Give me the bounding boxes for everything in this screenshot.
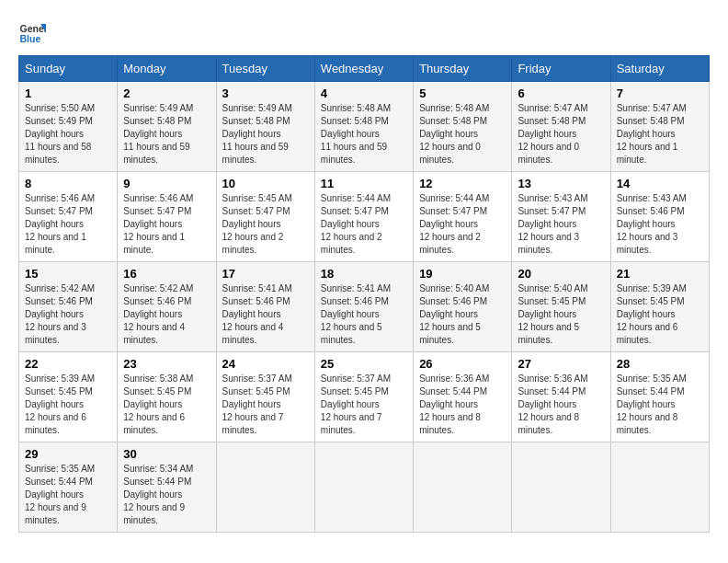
day-info: Sunrise: 5:35 AMSunset: 5:44 PMDaylight … (25, 463, 111, 527)
calendar-cell: 19 Sunrise: 5:40 AMSunset: 5:46 PMDaylig… (414, 262, 512, 352)
calendar-cell: 29 Sunrise: 5:35 AMSunset: 5:44 PMDaylig… (19, 442, 118, 533)
day-info: Sunrise: 5:47 AMSunset: 5:48 PMDaylight … (617, 102, 703, 167)
calendar-cell: 30 Sunrise: 5:34 AMSunset: 5:44 PMDaylig… (118, 442, 216, 533)
calendar-cell: 25 Sunrise: 5:37 AMSunset: 5:45 PMDaylig… (314, 352, 413, 442)
calendar-cell: 2 Sunrise: 5:49 AMSunset: 5:48 PMDayligh… (118, 82, 216, 172)
calendar-week-row: 22 Sunrise: 5:39 AMSunset: 5:45 PMDaylig… (19, 352, 710, 442)
calendar-cell: 1 Sunrise: 5:50 AMSunset: 5:49 PMDayligh… (19, 82, 118, 172)
day-number: 5 (419, 86, 506, 100)
day-info: Sunrise: 5:42 AMSunset: 5:46 PMDaylight … (25, 282, 111, 347)
day-info: Sunrise: 5:46 AMSunset: 5:47 PMDaylight … (25, 192, 111, 257)
day-number: 12 (419, 177, 506, 190)
day-info: Sunrise: 5:41 AMSunset: 5:46 PMDaylight … (321, 282, 407, 347)
day-info: Sunrise: 5:48 AMSunset: 5:48 PMDaylight … (321, 102, 407, 167)
day-info: Sunrise: 5:40 AMSunset: 5:45 PMDaylight … (518, 282, 604, 347)
day-info: Sunrise: 5:42 AMSunset: 5:46 PMDaylight … (123, 282, 210, 347)
day-info: Sunrise: 5:47 AMSunset: 5:48 PMDaylight … (518, 102, 604, 167)
day-number: 7 (617, 86, 703, 100)
day-info: Sunrise: 5:38 AMSunset: 5:45 PMDaylight … (123, 373, 210, 437)
day-number: 27 (518, 357, 604, 371)
day-number: 28 (617, 357, 703, 371)
calendar-cell: 8 Sunrise: 5:46 AMSunset: 5:47 PMDayligh… (19, 172, 118, 262)
calendar-week-row: 15 Sunrise: 5:42 AMSunset: 5:46 PMDaylig… (19, 262, 710, 352)
day-number: 17 (222, 267, 309, 281)
calendar-cell: 18 Sunrise: 5:41 AMSunset: 5:46 PMDaylig… (314, 262, 413, 352)
calendar-cell: 7 Sunrise: 5:47 AMSunset: 5:48 PMDayligh… (610, 82, 709, 172)
day-info: Sunrise: 5:40 AMSunset: 5:46 PMDaylight … (419, 282, 506, 347)
day-number: 21 (617, 267, 703, 281)
day-number: 19 (419, 267, 506, 281)
day-info: Sunrise: 5:49 AMSunset: 5:48 PMDaylight … (123, 102, 210, 167)
calendar-cell: 26 Sunrise: 5:36 AMSunset: 5:44 PMDaylig… (414, 352, 512, 442)
day-number: 13 (518, 177, 604, 190)
calendar-week-row: 1 Sunrise: 5:50 AMSunset: 5:49 PMDayligh… (19, 82, 710, 172)
day-info: Sunrise: 5:49 AMSunset: 5:48 PMDaylight … (222, 102, 309, 167)
calendar-cell: 6 Sunrise: 5:47 AMSunset: 5:48 PMDayligh… (512, 82, 610, 172)
day-number: 2 (123, 86, 210, 100)
day-number: 30 (123, 447, 210, 461)
svg-text:Blue: Blue (20, 33, 41, 44)
calendar-cell: 11 Sunrise: 5:44 AMSunset: 5:47 PMDaylig… (314, 172, 413, 262)
calendar-cell: 16 Sunrise: 5:42 AMSunset: 5:46 PMDaylig… (118, 262, 216, 352)
day-number: 11 (321, 177, 407, 190)
calendar-cell: 20 Sunrise: 5:40 AMSunset: 5:45 PMDaylig… (512, 262, 610, 352)
weekday-header: Thursday (414, 56, 512, 82)
calendar-week-row: 8 Sunrise: 5:46 AMSunset: 5:47 PMDayligh… (19, 172, 710, 262)
weekday-header: Tuesday (216, 56, 314, 82)
day-number: 24 (222, 357, 309, 371)
weekday-header: Friday (512, 56, 610, 82)
day-info: Sunrise: 5:44 AMSunset: 5:47 PMDaylight … (321, 192, 407, 257)
day-info: Sunrise: 5:43 AMSunset: 5:46 PMDaylight … (617, 192, 703, 257)
day-number: 20 (518, 267, 604, 281)
day-info: Sunrise: 5:37 AMSunset: 5:45 PMDaylight … (321, 373, 407, 437)
day-number: 10 (222, 177, 309, 190)
calendar-cell (314, 442, 413, 533)
calendar-cell: 4 Sunrise: 5:48 AMSunset: 5:48 PMDayligh… (314, 82, 413, 172)
calendar-cell (512, 442, 610, 533)
day-number: 8 (25, 177, 111, 190)
calendar-cell: 15 Sunrise: 5:42 AMSunset: 5:46 PMDaylig… (19, 262, 118, 352)
calendar-cell: 23 Sunrise: 5:38 AMSunset: 5:45 PMDaylig… (118, 352, 216, 442)
calendar-cell: 3 Sunrise: 5:49 AMSunset: 5:48 PMDayligh… (216, 82, 314, 172)
day-number: 9 (123, 177, 210, 190)
day-number: 16 (123, 267, 210, 281)
day-info: Sunrise: 5:34 AMSunset: 5:44 PMDaylight … (123, 463, 210, 527)
day-info: Sunrise: 5:36 AMSunset: 5:44 PMDaylight … (518, 373, 604, 437)
weekday-header: Saturday (610, 56, 709, 82)
day-info: Sunrise: 5:39 AMSunset: 5:45 PMDaylight … (617, 282, 703, 347)
day-number: 15 (25, 267, 111, 281)
logo-icon: General Blue (18, 18, 46, 46)
day-number: 18 (321, 267, 407, 281)
calendar-cell (414, 442, 512, 533)
calendar-cell: 27 Sunrise: 5:36 AMSunset: 5:44 PMDaylig… (512, 352, 610, 442)
calendar-cell: 24 Sunrise: 5:37 AMSunset: 5:45 PMDaylig… (216, 352, 314, 442)
weekday-header: Wednesday (314, 56, 413, 82)
weekday-header: Monday (118, 56, 216, 82)
day-info: Sunrise: 5:48 AMSunset: 5:48 PMDaylight … (419, 102, 506, 167)
day-number: 6 (518, 86, 604, 100)
day-info: Sunrise: 5:36 AMSunset: 5:44 PMDaylight … (419, 373, 506, 437)
day-info: Sunrise: 5:46 AMSunset: 5:47 PMDaylight … (123, 192, 210, 257)
day-info: Sunrise: 5:44 AMSunset: 5:47 PMDaylight … (419, 192, 506, 257)
calendar-cell: 21 Sunrise: 5:39 AMSunset: 5:45 PMDaylig… (610, 262, 709, 352)
day-number: 26 (419, 357, 506, 371)
calendar-cell (216, 442, 314, 533)
calendar-cell: 17 Sunrise: 5:41 AMSunset: 5:46 PMDaylig… (216, 262, 314, 352)
calendar-cell (610, 442, 709, 533)
calendar-cell: 14 Sunrise: 5:43 AMSunset: 5:46 PMDaylig… (610, 172, 709, 262)
calendar-cell: 9 Sunrise: 5:46 AMSunset: 5:47 PMDayligh… (118, 172, 216, 262)
day-info: Sunrise: 5:37 AMSunset: 5:45 PMDaylight … (222, 373, 309, 437)
day-info: Sunrise: 5:39 AMSunset: 5:45 PMDaylight … (25, 373, 111, 437)
page-header: General Blue (18, 18, 710, 46)
day-number: 29 (25, 447, 111, 461)
day-number: 4 (321, 86, 407, 100)
calendar-cell: 22 Sunrise: 5:39 AMSunset: 5:45 PMDaylig… (19, 352, 118, 442)
calendar-cell: 13 Sunrise: 5:43 AMSunset: 5:47 PMDaylig… (512, 172, 610, 262)
day-info: Sunrise: 5:43 AMSunset: 5:47 PMDaylight … (518, 192, 604, 257)
day-number: 23 (123, 357, 210, 371)
day-info: Sunrise: 5:35 AMSunset: 5:44 PMDaylight … (617, 373, 703, 437)
day-number: 3 (222, 86, 309, 100)
weekday-header: Sunday (19, 56, 118, 82)
day-info: Sunrise: 5:41 AMSunset: 5:46 PMDaylight … (222, 282, 309, 347)
calendar-table: SundayMondayTuesdayWednesdayThursdayFrid… (18, 55, 710, 533)
